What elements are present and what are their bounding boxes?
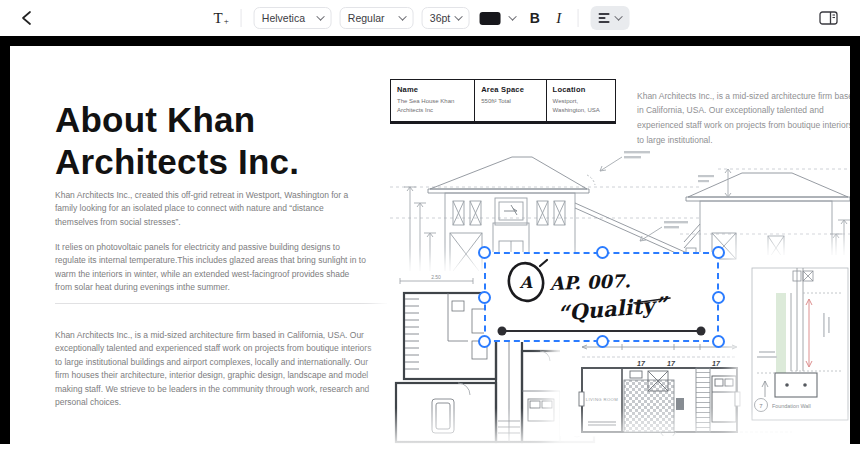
selection-handle-top-middle[interactable] bbox=[596, 246, 609, 259]
add-text-button[interactable]: T+ bbox=[214, 10, 229, 27]
paragraph-firm[interactable]: Khan Architects Inc., is a mid-sized arc… bbox=[55, 329, 375, 411]
table-column-area: Area Space 550ft² Total bbox=[474, 80, 545, 121]
toolbar-divider bbox=[241, 9, 242, 27]
toggle-right-panel-button[interactable] bbox=[818, 11, 838, 25]
detail-section-drawing[interactable]: 7 Foundation Wall bbox=[745, 255, 850, 425]
section-mark: 17 bbox=[712, 360, 721, 367]
font-family-select[interactable]: Helvetica bbox=[254, 7, 332, 29]
text-format-controls: T+ Helvetica Regular 36pt B I bbox=[214, 0, 630, 36]
font-style-value: Regular bbox=[348, 12, 385, 24]
chevron-down-icon bbox=[615, 12, 623, 20]
text-tool-icon: T bbox=[214, 10, 223, 27]
table-cell: 550ft² Total bbox=[481, 97, 539, 106]
info-table[interactable]: Name The Sea House Khan Architects Inc A… bbox=[390, 79, 616, 124]
chevron-down-icon bbox=[317, 12, 325, 20]
paragraph-retreat[interactable]: Khan Architects Inc., created this off-g… bbox=[55, 189, 363, 230]
selection-handle-bottom-left[interactable] bbox=[478, 335, 491, 348]
table-header: Location bbox=[553, 85, 609, 94]
chevron-down-icon bbox=[455, 12, 463, 20]
chevron-left-icon bbox=[20, 10, 34, 26]
font-size-value: 36pt bbox=[430, 12, 450, 24]
font-style-select[interactable]: Regular bbox=[340, 7, 414, 29]
toolbar: T+ Helvetica Regular 36pt B I bbox=[0, 0, 860, 36]
align-left-icon bbox=[599, 11, 610, 25]
paragraph-photovoltaic[interactable]: It relies on photovoltaic panels for ele… bbox=[55, 241, 367, 295]
chevron-down-icon bbox=[509, 12, 517, 20]
table-column-name: Name The Sea House Khan Architects Inc bbox=[391, 80, 474, 121]
foundation-wall-label: Foundation Wall bbox=[772, 403, 811, 409]
toolbar-divider bbox=[578, 9, 579, 27]
color-swatch bbox=[480, 12, 501, 25]
font-family-value: Helvetica bbox=[262, 12, 305, 24]
detail-badge: 7 bbox=[759, 403, 763, 409]
italic-button[interactable]: I bbox=[552, 10, 566, 27]
table-cell: The Sea House Khan Architects Inc bbox=[397, 97, 468, 115]
section-mark: 17 bbox=[667, 360, 676, 367]
table-column-location: Location Westport, Washington, USA bbox=[546, 80, 615, 121]
stamp-letter: A bbox=[519, 273, 533, 292]
panel-layout-icon bbox=[819, 11, 838, 25]
selection-handle-bottom-right[interactable] bbox=[712, 335, 725, 348]
annotation-code: AP. 007. bbox=[548, 270, 631, 294]
handwritten-stamp-graphic: A AP. 007. “Quality” bbox=[486, 254, 717, 340]
annotation-word: “Quality” bbox=[556, 291, 671, 326]
chevron-down-icon bbox=[399, 12, 407, 20]
text-color-select[interactable] bbox=[478, 7, 518, 29]
room-label: LIVING ROOM bbox=[586, 397, 618, 402]
canvas-stage: About Khan Architects Inc. Khan Architec… bbox=[0, 36, 860, 444]
font-size-select[interactable]: 36pt bbox=[422, 7, 470, 29]
plan-dimension-label: 2.50 bbox=[431, 274, 441, 280]
selection-handle-bottom-middle[interactable] bbox=[596, 335, 609, 348]
divider-line[interactable] bbox=[55, 303, 387, 304]
table-header: Name bbox=[397, 85, 468, 94]
artboard[interactable]: About Khan Architects Inc. Khan Architec… bbox=[10, 46, 850, 444]
aside-paragraph[interactable]: Khan Architects Inc., is a mid-sized arc… bbox=[637, 89, 850, 149]
back-button[interactable] bbox=[18, 9, 36, 27]
selected-annotation[interactable]: A AP. 007. “Quality” bbox=[484, 252, 719, 342]
selection-handle-middle-left[interactable] bbox=[478, 291, 491, 304]
selection-handle-middle-right[interactable] bbox=[712, 291, 725, 304]
bold-button[interactable]: B bbox=[526, 10, 544, 26]
selection-handle-top-right[interactable] bbox=[712, 246, 725, 259]
table-header: Area Space bbox=[481, 85, 539, 94]
text-align-select[interactable] bbox=[591, 6, 630, 30]
section-mark: 17 bbox=[637, 360, 646, 367]
page-title[interactable]: About Khan Architects Inc. bbox=[55, 99, 375, 182]
selection-handle-top-left[interactable] bbox=[478, 246, 491, 259]
table-cell: Westport, Washington, USA bbox=[553, 97, 609, 115]
text-tool-plus-icon: + bbox=[224, 16, 229, 26]
